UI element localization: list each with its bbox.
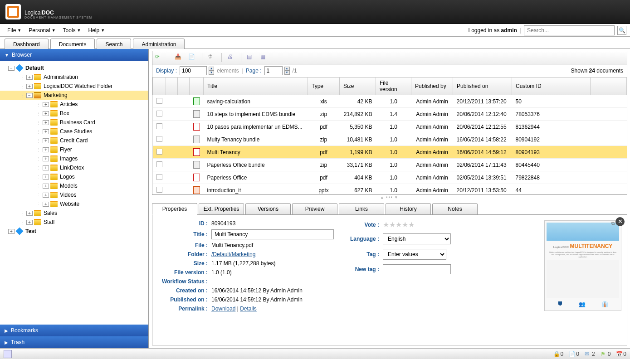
col-type[interactable]: Type — [308, 78, 340, 95]
row-checkbox[interactable] — [156, 187, 162, 193]
tree-node-flyer[interactable]: ⋮+Flyer — [0, 145, 148, 154]
tree-node-marketing[interactable]: ⋮−Marketing — [0, 91, 148, 100]
prop-title-input[interactable] — [211, 229, 334, 239]
expand-icon[interactable]: + — [43, 138, 49, 143]
page-input[interactable] — [264, 66, 283, 75]
dtab-links[interactable]: Links — [339, 203, 384, 215]
col-lock[interactable] — [178, 78, 190, 95]
tree-node-videos[interactable]: ⋮+Videos — [0, 190, 148, 199]
expand-icon[interactable]: + — [43, 175, 49, 180]
table-row[interactable]: Paperless Office pdf 404 KB 1.0 Admin Ad… — [153, 171, 627, 184]
tree-node-default[interactable]: −Default — [0, 63, 148, 73]
expand-icon[interactable]: + — [26, 220, 33, 225]
refresh-button[interactable]: ⟳ — [155, 53, 163, 62]
tree-node-box[interactable]: ⋮+Box — [0, 109, 148, 118]
col-size[interactable]: Size — [340, 78, 376, 95]
table-row[interactable]: saving-calculation xls 42 KB 1.0 Admin A… — [153, 95, 627, 108]
spin-down-icon[interactable]: ▼ — [209, 71, 214, 75]
spin-down-icon[interactable]: ▼ — [284, 71, 290, 75]
list-view-button[interactable]: ▤ — [247, 53, 255, 62]
status-messages[interactable]: ✉2 — [585, 351, 595, 357]
col-select[interactable] — [153, 78, 166, 95]
tab-administration[interactable]: Administration — [133, 39, 185, 49]
star-icon[interactable]: ★ — [383, 221, 389, 228]
add-document-button[interactable]: 📄 — [188, 53, 196, 62]
table-row[interactable]: introduction_it pptx 627 KB 1.0 Admin Ad… — [153, 184, 627, 195]
dtab-properties[interactable]: Properties — [152, 203, 197, 215]
download-link[interactable]: Download — [211, 306, 235, 312]
menu-personal[interactable]: Personal▼ — [25, 25, 59, 35]
tree-node-website[interactable]: ⋮+Website — [0, 199, 148, 209]
spin-up-icon[interactable]: ▲ — [209, 67, 214, 71]
download-button[interactable]: 📥 — [175, 53, 183, 62]
col-title[interactable]: Title — [204, 78, 308, 95]
expand-icon[interactable]: + — [43, 102, 49, 107]
tree-node-models[interactable]: ⋮+Models — [0, 181, 148, 190]
menu-file[interactable]: File▼ — [4, 25, 25, 35]
grid-view-button[interactable]: ▦ — [260, 53, 269, 62]
expand-icon[interactable]: + — [26, 211, 33, 216]
spin-up-icon[interactable]: ▲ — [284, 67, 290, 71]
tab-dashboard[interactable]: Dashboard — [5, 39, 49, 49]
star-icon[interactable]: ★ — [402, 221, 408, 228]
table-row[interactable]: Multy Tenancy bundle zip 10,481 KB 1.0 A… — [153, 133, 627, 146]
search-button[interactable]: 🔍 — [617, 26, 626, 35]
col-version[interactable]: File version — [376, 78, 411, 95]
print-button[interactable]: 🖨 — [227, 53, 235, 62]
table-row[interactable]: Paperless Office bundle zip 33,171 KB 1.… — [153, 159, 627, 171]
filter-button[interactable]: ⚗ — [208, 53, 216, 62]
table-row[interactable]: 10 steps to implement EDMS bundle zip 21… — [153, 108, 627, 121]
tree-node-articles[interactable]: ⋮+Articles — [0, 100, 148, 109]
expand-icon[interactable]: + — [43, 147, 49, 152]
expand-icon[interactable]: + — [26, 75, 33, 80]
col-customid[interactable]: Custom ID — [512, 78, 591, 95]
panel-trash-header[interactable]: ▶Trash — [0, 336, 148, 348]
popout-icon[interactable]: ⧉ — [611, 221, 615, 226]
tree-node-watched[interactable]: ⋮+LogicalDOC Watched Folder — [0, 82, 148, 91]
status-workflow[interactable]: ⚑0 — [601, 351, 611, 357]
table-row[interactable]: 10 pasos para implementar un EDMS... pdf… — [153, 121, 627, 133]
expand-icon[interactable]: + — [43, 184, 49, 189]
expand-icon[interactable]: + — [43, 129, 49, 134]
row-checkbox[interactable] — [156, 149, 162, 155]
collapse-icon[interactable]: − — [26, 93, 33, 98]
panel-browser-header[interactable]: ▼Browser — [0, 49, 148, 61]
close-icon[interactable]: ✕ — [615, 217, 625, 226]
expand-icon[interactable]: + — [43, 193, 49, 198]
tab-search[interactable]: Search — [97, 39, 131, 49]
expand-icon[interactable]: + — [43, 111, 49, 116]
tree-node-business[interactable]: ⋮+Business Card — [0, 118, 148, 127]
tag-select[interactable]: Enter values — [383, 249, 446, 260]
status-locked[interactable]: 🔒0 — [553, 351, 564, 357]
expand-icon[interactable]: + — [43, 120, 49, 125]
panel-bookmarks-header[interactable]: ▶Bookmarks — [0, 325, 148, 336]
status-checkedout[interactable]: 📄0 — [569, 351, 579, 357]
tree-node-logos[interactable]: ⋮+Logos — [0, 172, 148, 181]
dtab-versions[interactable]: Versions — [245, 203, 291, 215]
search-input[interactable] — [524, 25, 615, 35]
tree-node-images[interactable]: ⋮+Images — [0, 154, 148, 163]
dtab-ext-properties[interactable]: Ext. Properties — [199, 203, 244, 215]
status-events[interactable]: 📅0 — [616, 351, 626, 357]
menu-help[interactable]: Help▼ — [85, 25, 109, 35]
tree-node-test[interactable]: +Test — [0, 227, 148, 236]
row-checkbox[interactable] — [156, 98, 162, 104]
new-tag-input[interactable] — [383, 264, 451, 274]
row-checkbox[interactable] — [156, 174, 162, 180]
dtab-history[interactable]: History — [386, 203, 431, 215]
expand-icon[interactable]: + — [26, 84, 33, 89]
row-checkbox[interactable] — [156, 123, 162, 129]
document-thumbnail[interactable]: ⧉ ✕ LogicalDOC MULTITENANCY With a multi… — [544, 220, 621, 311]
col-index[interactable] — [166, 78, 178, 95]
col-publisher[interactable]: Published by — [411, 78, 453, 95]
star-icon[interactable]: ★ — [389, 221, 396, 228]
details-link[interactable]: Details — [240, 306, 257, 312]
menu-tools[interactable]: Tools▼ — [59, 25, 85, 35]
row-checkbox[interactable] — [156, 161, 162, 167]
tree-node-linkdetox[interactable]: ⋮+LinkDetox — [0, 163, 148, 172]
splitter-handle[interactable]: ▴ ••• ▾ — [149, 195, 630, 199]
tree-node-sales[interactable]: ⋮+Sales — [0, 209, 148, 218]
col-icon[interactable] — [190, 78, 204, 95]
expand-icon[interactable]: + — [8, 229, 15, 234]
vote-stars[interactable]: ★★★★★ — [383, 220, 415, 229]
